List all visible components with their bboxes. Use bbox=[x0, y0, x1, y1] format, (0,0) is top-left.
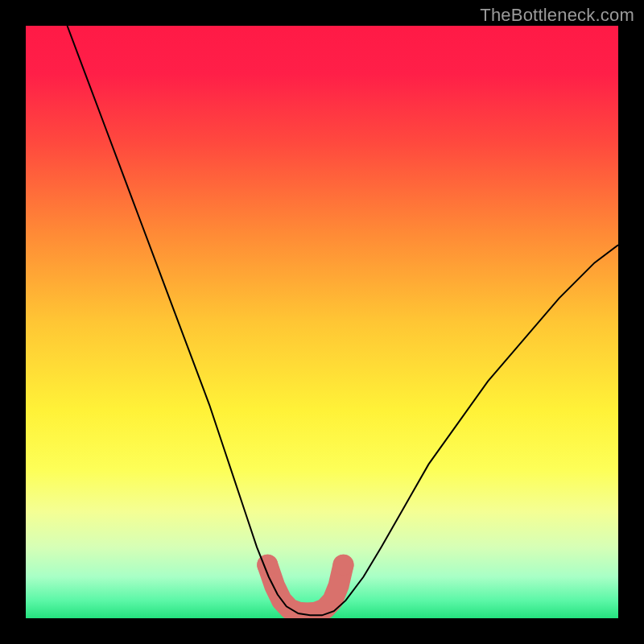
plot-area bbox=[26, 26, 618, 618]
svg-point-1 bbox=[333, 555, 354, 576]
chart-svg bbox=[26, 26, 618, 618]
watermark-text: TheBottleneck.com bbox=[480, 5, 634, 26]
chart-frame: TheBottleneck.com bbox=[0, 0, 644, 644]
gradient-background bbox=[26, 26, 618, 618]
